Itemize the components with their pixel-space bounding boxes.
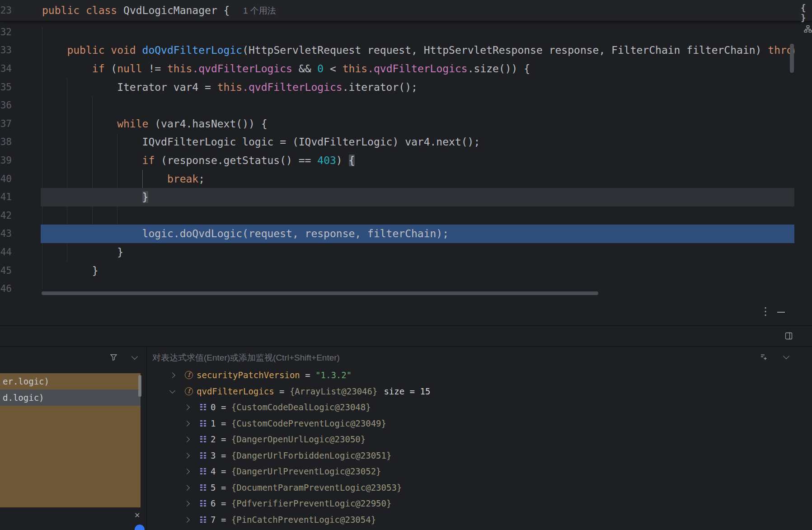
equals-sign: =: [216, 402, 231, 412]
chevron-down-icon[interactable]: [169, 388, 175, 394]
variables-tree: fsecurityPatchVersion = "1.3.2"fqvdFilte…: [147, 367, 812, 530]
line-number[interactable]: 44: [0, 243, 12, 262]
line-number: 23: [0, 0, 12, 21]
line-number[interactable]: 45: [0, 262, 12, 280]
vertical-scrollbar[interactable]: [790, 44, 794, 73]
variable-name: 3: [211, 450, 216, 460]
variable-name: 6: [211, 498, 216, 508]
variable-name: 5: [211, 483, 216, 492]
filter-icon[interactable]: [110, 354, 117, 363]
line-number[interactable]: 41: [0, 188, 12, 206]
line-number[interactable]: 37: [0, 115, 12, 133]
line-number[interactable]: 39: [0, 151, 12, 170]
variable-row[interactable]: 3 = {DangerUrlForbiddenLogic@23051}: [147, 448, 812, 464]
braces-icon[interactable]: { }: [801, 3, 812, 23]
line-number[interactable]: 46: [0, 280, 12, 298]
minimize-icon[interactable]: [777, 312, 785, 313]
line-number[interactable]: 35: [0, 78, 12, 97]
code-line-45[interactable]: 45 }: [0, 262, 794, 280]
code-text: if (response.getStatus() == 403) {: [42, 151, 355, 170]
chevron-right-icon[interactable]: [184, 453, 190, 459]
code-line-36[interactable]: 36: [0, 96, 794, 115]
code-line-46[interactable]: 46: [0, 280, 794, 298]
chevron-down-icon[interactable]: [131, 353, 138, 360]
code-line-37[interactable]: 37 while (var4.hasNext()) {: [0, 115, 794, 133]
variable-row[interactable]: 2 = {DangerOpenUrlLogic@23050}: [147, 432, 812, 448]
code-line-33[interactable]: 33 public void doQvdFilterLogic(HttpServ…: [0, 41, 794, 60]
variable-row[interactable]: fsecurityPatchVersion = "1.3.2": [147, 367, 812, 384]
code-line-44[interactable]: 44 }: [0, 243, 794, 262]
array-element-icon: [199, 499, 207, 507]
code-text: while (var4.hasNext()) {: [42, 115, 268, 133]
frame-row[interactable]: d.logic): [0, 389, 141, 406]
line-number[interactable]: 33: [0, 41, 12, 60]
line-number[interactable]: 42: [0, 206, 12, 225]
chevron-right-icon[interactable]: [184, 501, 190, 507]
code-line-34[interactable]: 34 if (null != this.qvdFilterLogics && 0…: [0, 60, 794, 78]
variable-row[interactable]: 5 = {DocumentParamPreventLogic@23053}: [147, 480, 812, 496]
equals-sign: =: [300, 370, 315, 380]
chevron-right-icon[interactable]: [169, 372, 175, 378]
code-line-32[interactable]: 32: [0, 23, 794, 42]
layout-settings-icon[interactable]: [785, 332, 793, 342]
code-line-39[interactable]: 39 if (response.getStatus() == 403) {: [0, 151, 794, 170]
variable-value: {ArrayList@23046}: [290, 386, 377, 396]
line-number[interactable]: 36: [0, 96, 12, 115]
variable-row[interactable]: 1 = {CustomCodePreventLogic@23049}: [147, 416, 812, 432]
watch-expression-bar[interactable]: 对表达式求值(Enter)或添加监视(Ctrl+Shift+Enter): [147, 347, 812, 367]
variable-name: 2: [211, 434, 216, 444]
line-number[interactable]: 43: [0, 225, 12, 243]
variable-text: 1 = {CustomCodePreventLogic@23049}: [211, 416, 386, 432]
variable-value: {CustomCodePreventLogic@23049}: [231, 418, 386, 428]
frame-row[interactable]: er.logic): [0, 373, 141, 389]
close-icon[interactable]: ✕: [134, 511, 140, 520]
frames-scrollbar[interactable]: [138, 375, 141, 397]
line-number[interactable]: 38: [0, 133, 12, 151]
variable-name: 0: [211, 402, 216, 412]
code-lines[interactable]: 3233 public void doQvdFilterLogic(HttpSe…: [0, 0, 794, 300]
sticky-header-line[interactable]: 23 public class QvdLogicManager { 1 个用法: [0, 0, 812, 21]
debug-header: 对表达式求值(Enter)或添加监视(Ctrl+Shift+Enter): [0, 346, 812, 368]
add-watch-icon[interactable]: [760, 353, 768, 363]
variable-row[interactable]: fqvdFilterLogics = {ArrayList@23046}size…: [147, 384, 812, 400]
variable-text: 7 = {PinCatchPreventLogic@23054}: [211, 512, 376, 528]
variable-row[interactable]: 6 = {PdfverifierPreventLogic@22950}: [147, 496, 812, 512]
chevron-down-icon[interactable]: [783, 353, 789, 359]
code-line-35[interactable]: 35 Iterator var4 = this.qvdFilterLogics.…: [0, 78, 794, 97]
code-line-43[interactable]: 43 logic.doQvdLogic(request, response, f…: [0, 225, 794, 243]
line-number[interactable]: 40: [0, 170, 12, 188]
code-text: IQvdFilterLogic logic = (IQvdFilterLogic…: [42, 133, 480, 151]
more-options-icon[interactable]: ⋮: [760, 305, 771, 318]
chevron-right-icon[interactable]: [184, 485, 190, 491]
chevron-right-icon[interactable]: [184, 436, 190, 442]
array-element-icon: [199, 516, 207, 524]
chevron-right-icon[interactable]: [184, 421, 190, 427]
structure-icon[interactable]: [804, 25, 812, 35]
line-number[interactable]: 34: [0, 60, 12, 78]
variable-value: {PdfverifierPreventLogic@22950}: [231, 498, 392, 508]
variable-row[interactable]: 0 = {CustomCodeDealLogic@23048}: [147, 399, 812, 416]
line-number[interactable]: 32: [0, 23, 12, 42]
horizontal-scrollbar[interactable]: [42, 291, 598, 295]
code-text: Iterator var4 = this.qvdFilterLogics.ite…: [42, 78, 418, 97]
code-line-42[interactable]: 42: [0, 206, 794, 225]
variable-value: {DangerOpenUrlLogic@23050}: [231, 434, 366, 444]
code-text: }: [42, 262, 99, 280]
variable-row[interactable]: 7 = {PinCatchPreventLogic@23054}: [147, 512, 812, 528]
chevron-right-icon[interactable]: [184, 404, 190, 410]
variable-text: 3 = {DangerUrlForbiddenLogic@23051}: [211, 448, 391, 464]
code-line-41[interactable]: 41 }: [0, 188, 794, 206]
variable-row[interactable]: 4 = {DangerUrlPreventLogic@23052}: [147, 464, 812, 480]
code-line-40[interactable]: 40 break;: [0, 170, 794, 188]
equals-sign: =: [216, 483, 231, 492]
code-line-38[interactable]: 38 IQvdFilterLogic logic = (IQvdFilterLo…: [0, 133, 794, 151]
variable-value: {CustomCodeDealLogic@23048}: [231, 402, 371, 412]
notification-badge[interactable]: [135, 525, 145, 530]
chevron-right-icon[interactable]: [184, 517, 190, 523]
equals-sign: =: [216, 450, 231, 460]
array-element-icon: [199, 451, 207, 460]
usage-hint[interactable]: 1 个用法: [243, 0, 276, 21]
chevron-right-icon[interactable]: [184, 469, 190, 474]
panel-toolbar-row: [0, 325, 812, 347]
frames-panel: er.logic)d.logic) ✕: [0, 367, 147, 530]
